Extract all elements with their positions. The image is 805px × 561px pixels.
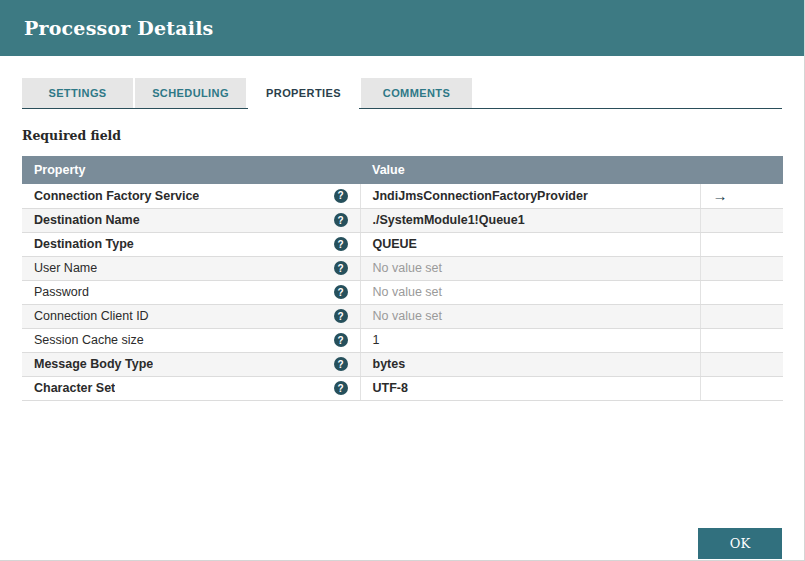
dialog-header: Processor Details	[0, 0, 804, 56]
table-row: User Name ? No value set	[22, 256, 783, 280]
dialog-title: Processor Details	[24, 17, 214, 39]
property-value: JndiJmsConnectionFactoryProvider	[373, 189, 588, 203]
table-row: Character Set ? UTF-8	[22, 376, 783, 400]
dialog-content: SETTINGS SCHEDULING PROPERTIES COMMENTS …	[0, 78, 804, 401]
help-icon[interactable]: ?	[334, 357, 348, 371]
property-name: Destination Name	[34, 213, 140, 227]
table-row: Session Cache size ? 1	[22, 328, 783, 352]
help-icon[interactable]: ?	[334, 285, 348, 299]
property-name: Session Cache size	[34, 333, 144, 347]
column-header-property: Property	[22, 156, 360, 184]
goto-service-icon[interactable]: →	[713, 187, 728, 204]
tab-comments[interactable]: COMMENTS	[361, 78, 472, 108]
property-name: Password	[34, 285, 89, 299]
property-name: Connection Factory Service	[34, 189, 199, 203]
properties-table: Property Value Connection Factory Servic…	[22, 156, 783, 401]
help-icon[interactable]: ?	[334, 213, 348, 227]
help-icon[interactable]: ?	[334, 261, 348, 275]
processor-details-dialog: Processor Details SETTINGS SCHEDULING PR…	[0, 0, 805, 561]
property-name: Message Body Type	[34, 357, 153, 371]
tab-bar: SETTINGS SCHEDULING PROPERTIES COMMENTS	[22, 78, 782, 109]
required-field-label: Required field	[22, 128, 782, 143]
help-icon[interactable]: ?	[334, 333, 348, 347]
ok-button[interactable]: OK	[698, 528, 782, 559]
property-value: 1	[373, 333, 380, 347]
property-name: User Name	[34, 261, 97, 275]
property-value: QUEUE	[373, 237, 417, 251]
table-row: Destination Type ? QUEUE	[22, 232, 783, 256]
table-header-row: Property Value	[22, 156, 783, 184]
tab-settings[interactable]: SETTINGS	[22, 78, 133, 108]
property-value: UTF-8	[373, 381, 408, 395]
property-name: Connection Client ID	[34, 309, 149, 323]
property-value: No value set	[373, 261, 442, 275]
table-row: Password ? No value set	[22, 280, 783, 304]
table-row: Connection Factory Service ? JndiJmsConn…	[22, 184, 783, 208]
property-value: No value set	[373, 309, 442, 323]
property-value: No value set	[373, 285, 442, 299]
property-value: ./SystemModule1!Queue1	[373, 213, 525, 227]
table-row: Destination Name ? ./SystemModule1!Queue…	[22, 208, 783, 232]
tab-scheduling[interactable]: SCHEDULING	[135, 78, 246, 108]
help-icon[interactable]: ?	[334, 309, 348, 323]
property-name: Character Set	[34, 381, 115, 395]
column-header-value: Value	[360, 156, 783, 184]
help-icon[interactable]: ?	[334, 189, 348, 203]
help-icon[interactable]: ?	[334, 381, 348, 395]
table-row: Connection Client ID ? No value set	[22, 304, 783, 328]
help-icon[interactable]: ?	[334, 237, 348, 251]
property-value: bytes	[373, 357, 406, 371]
property-name: Destination Type	[34, 237, 134, 251]
tab-properties[interactable]: PROPERTIES	[248, 78, 359, 108]
table-row: Message Body Type ? bytes	[22, 352, 783, 376]
